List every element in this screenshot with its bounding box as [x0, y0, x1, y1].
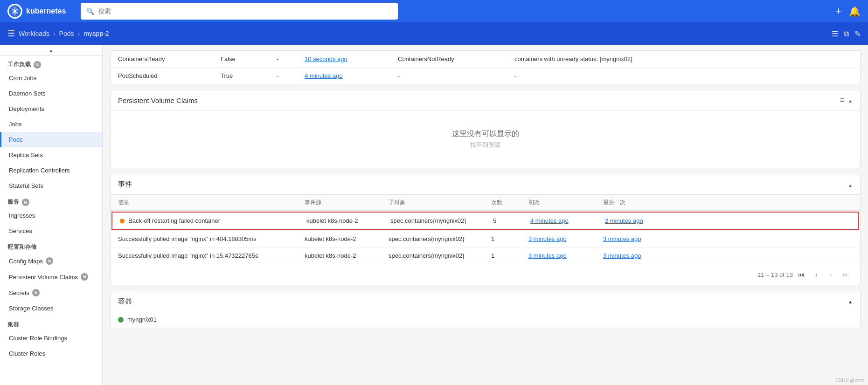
- top-bar: kubernetes + 🔔: [0, 0, 868, 22]
- pagination-first[interactable]: ⏮: [795, 268, 808, 281]
- event-count-2: 1: [491, 252, 528, 259]
- pvc-card-header: Persistent Volume Claims: [111, 90, 860, 110]
- events-table-header: 信息 事件源 子对象 次数 初次 最后一次: [111, 195, 860, 211]
- condition-type: ContainersReady: [118, 55, 221, 62]
- sidebar-item-secrets[interactable]: Secrets N: [0, 285, 102, 301]
- sidebar-item-replication-controllers[interactable]: Replication Controllers: [0, 163, 102, 178]
- event-subobject-1: spec.containers{myngnix02}: [389, 235, 491, 242]
- breadcrumb-workloads[interactable]: Workloads: [19, 30, 49, 37]
- event-row-0: Back-off restarting failed container kub…: [111, 212, 859, 230]
- container-dot-0: [118, 317, 124, 323]
- sidebar-item-pods[interactable]: Pods: [0, 132, 102, 147]
- event-last-0[interactable]: 2 minutes ago: [605, 217, 680, 224]
- sidebar-item-services[interactable]: Services: [0, 223, 102, 239]
- sidebar-item-pvc[interactable]: Persistent Volume Claims N: [0, 269, 102, 285]
- pvc-empty-title: 这里没有可以显示的: [452, 129, 519, 139]
- events-col-first: 初次: [528, 199, 603, 206]
- events-card-header: 事件: [111, 174, 860, 195]
- sidebar-item-cron-jobs[interactable]: Cron Jobs: [0, 70, 102, 86]
- section-config-storage: 配置和存储: [0, 239, 102, 253]
- events-pagination: 11 – 13 of 13 ⏮ ‹ › ⏭: [111, 264, 860, 285]
- event-source-0: kubelet k8s-node-2: [306, 217, 390, 224]
- events-collapse-icon[interactable]: [848, 180, 853, 189]
- pvc-empty-state: 这里没有可以显示的 找不到资源: [111, 110, 860, 168]
- logo-circle: [7, 4, 22, 19]
- menu-icon[interactable]: [7, 28, 15, 39]
- containers-collapse-icon[interactable]: [848, 298, 853, 305]
- sidebar-item-storage-classes[interactable]: Storage Classes: [0, 301, 102, 316]
- breadcrumb-current: myapp-2: [83, 30, 109, 37]
- condition-reason: ContainersNotReady: [398, 55, 514, 62]
- event-last-1[interactable]: 3 minutes ago: [603, 235, 678, 242]
- condition-last-transition[interactable]: 10 seconds ago: [305, 55, 398, 62]
- event-first-2[interactable]: 3 minutes ago: [528, 252, 603, 259]
- events-col-subobject: 子对象: [389, 199, 491, 206]
- section-workloads: 工作负载 N: [0, 56, 102, 70]
- sidebar-scroll-up[interactable]: [0, 45, 102, 56]
- sidebar-item-deployments[interactable]: Deployments: [0, 101, 102, 117]
- containers-header[interactable]: 容器: [111, 291, 860, 311]
- sidebar-item-ingresses[interactable]: Ingresses: [0, 208, 102, 223]
- pagination-prev[interactable]: ‹: [810, 268, 823, 281]
- pagination-text: 11 – 13 of 13: [757, 271, 793, 278]
- sidebar-item-config-maps[interactable]: Config Maps N: [0, 253, 102, 269]
- event-info-0: Back-off restarting failed container: [120, 217, 306, 224]
- section-workloads-badge: N: [34, 61, 41, 69]
- condition-last-transition-2[interactable]: 4 minutes ago: [305, 72, 398, 79]
- sidebar-item-jobs[interactable]: Jobs: [0, 117, 102, 132]
- chevron-up-icon: [49, 47, 54, 54]
- event-source-2: kubelet k8s-node-2: [305, 252, 389, 259]
- sidebar-item-replica-sets[interactable]: Replica Sets: [0, 147, 102, 163]
- section-cluster-label: 集群: [7, 321, 19, 329]
- breadcrumb-actions: [832, 29, 861, 39]
- event-last-2[interactable]: 3 minutes ago: [603, 252, 678, 259]
- conditions-row-containers-ready: ContainersReady False - 10 seconds ago C…: [111, 51, 860, 68]
- search-bar: [81, 3, 398, 20]
- add-button[interactable]: +: [835, 5, 841, 17]
- pagination-next[interactable]: ›: [825, 268, 838, 281]
- condition-message-2: -: [514, 72, 853, 79]
- event-row-1: Successfully pulled image "nginx" in 404…: [111, 231, 860, 248]
- events-col-last: 最后一次: [603, 199, 678, 206]
- event-first-0[interactable]: 4 minutes ago: [530, 217, 605, 224]
- container-name-0: myngnix01: [127, 316, 157, 323]
- pvc-collapse-icon[interactable]: [848, 96, 853, 104]
- events-title: 事件: [118, 180, 132, 189]
- condition-type-2: PodScheduled: [118, 72, 221, 79]
- breadcrumb-sep-1: ›: [53, 30, 56, 37]
- event-info-2: Successfully pulled image "nginx" in 15.…: [118, 252, 305, 259]
- notification-bell[interactable]: 🔔: [849, 6, 861, 17]
- breadcrumb-pods[interactable]: Pods: [59, 30, 74, 37]
- watermark: CSDN @nzzz: [835, 378, 864, 383]
- pvc-badge: N: [81, 273, 88, 281]
- event-count-1: 1: [491, 235, 528, 242]
- pagination-last[interactable]: ⏭: [840, 268, 853, 281]
- list-view-icon[interactable]: [832, 29, 838, 39]
- breadcrumb-bar: Workloads › Pods › myapp-2: [0, 22, 868, 45]
- event-first-1[interactable]: 3 minutes ago: [528, 235, 603, 242]
- condition-status: False: [221, 55, 277, 62]
- sidebar-item-cluster-role-bindings[interactable]: Cluster Role Bindings: [0, 330, 102, 346]
- event-count-0: 5: [493, 217, 530, 224]
- containers-title: 容器: [118, 297, 132, 306]
- condition-message: containers with unready status: [myngnix…: [514, 55, 853, 62]
- edit-icon[interactable]: [854, 29, 861, 39]
- pvc-empty-sub: 找不到资源: [470, 141, 500, 149]
- condition-dash: -: [277, 55, 305, 62]
- secrets-badge: N: [32, 289, 40, 296]
- pvc-filter-icon[interactable]: [840, 96, 844, 104]
- pvc-header-actions: [840, 96, 853, 104]
- section-config-storage-label: 配置和存储: [7, 243, 37, 251]
- sidebar-item-daemon-sets[interactable]: Daemon Sets: [0, 86, 102, 101]
- sidebar-item-cluster-roles[interactable]: Cluster Roles: [0, 346, 102, 361]
- container-pod-0: myngnix01: [111, 311, 860, 328]
- window-view-icon[interactable]: [844, 29, 849, 39]
- search-input[interactable]: [98, 7, 392, 15]
- sidebar-item-stateful-sets[interactable]: Stateful Sets: [0, 178, 102, 193]
- section-cluster: 集群: [0, 316, 102, 330]
- condition-status-2: True: [221, 72, 277, 79]
- event-subobject-0: spec.containers{myngnix02}: [390, 217, 493, 224]
- event-source-1: kubelet k8s-node-2: [305, 235, 389, 242]
- breadcrumb-sep-2: ›: [77, 30, 80, 37]
- events-col-count: 次数: [491, 199, 528, 206]
